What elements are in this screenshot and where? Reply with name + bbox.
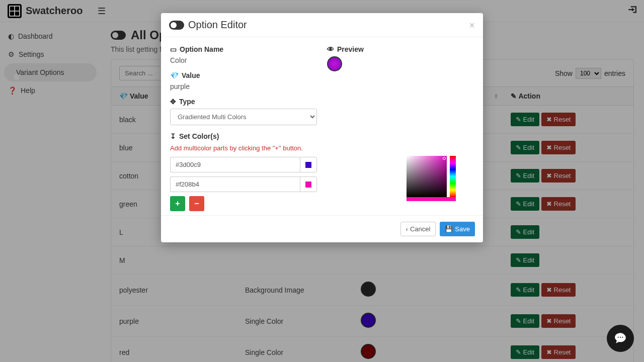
chat-widget[interactable] — [607, 325, 634, 352]
tag-icon: ▭ — [170, 45, 177, 53]
color-swatch-2[interactable] — [300, 176, 317, 192]
modal-title: Option Editor — [188, 19, 247, 31]
save-button[interactable]: 💾 Save — [440, 222, 475, 236]
color-input-1[interactable] — [170, 157, 300, 172]
color-input-2[interactable] — [170, 176, 300, 192]
add-color-button[interactable]: + — [170, 196, 185, 211]
value-value: purple — [170, 82, 317, 90]
type-select[interactable]: Gradiented Multi Colors — [170, 109, 317, 125]
multicolor-hint: Add multicolor parts by clicking the "+"… — [170, 144, 317, 152]
color-picker[interactable] — [407, 156, 456, 201]
cancel-button[interactable]: ‹ Cancel — [400, 222, 436, 236]
type-icon: ✥ — [170, 98, 176, 106]
eye-icon: 👁 — [327, 45, 334, 53]
option-name-value: Color — [170, 56, 317, 64]
arrow-down-icon: ↧ — [170, 132, 176, 140]
color-swatch-1[interactable] — [300, 157, 317, 172]
gem-icon: 💎 — [170, 71, 179, 79]
close-icon[interactable]: × — [469, 20, 475, 30]
remove-color-button[interactable]: − — [189, 196, 204, 211]
option-editor-modal: Option Editor × ▭Option Name Color 💎Valu… — [161, 13, 483, 242]
preview-swatch — [327, 56, 342, 71]
